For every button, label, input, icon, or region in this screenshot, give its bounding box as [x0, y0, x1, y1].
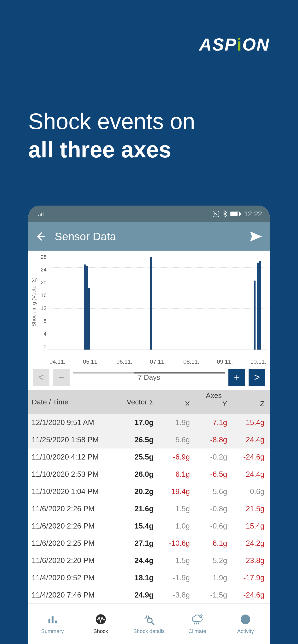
- td-z: -24.6g: [232, 591, 270, 600]
- table-row[interactable]: 11/10/2020 2:53 PM26.0g6.1g-6.5g24.4g: [28, 466, 270, 483]
- table-header: Date / Time Vector Σ Axes X Y Z: [28, 390, 270, 414]
- td-z: 21.5g: [232, 504, 270, 513]
- tab-climate[interactable]: Climate: [173, 604, 221, 644]
- tab-bar: SummaryShockShock detailsClimateActivity: [28, 603, 270, 644]
- search-wave-icon: [143, 613, 155, 625]
- td-y: -0.2g: [195, 453, 232, 462]
- th-date[interactable]: Date / Time: [28, 390, 110, 414]
- td-date: 11/4/2020 7:46 PM: [28, 591, 110, 600]
- td-x: 6.1g: [158, 470, 195, 479]
- td-x: 1.5g: [158, 504, 195, 513]
- td-vector: 24.4g: [110, 556, 158, 565]
- tab-activity[interactable]: Activity: [221, 604, 270, 644]
- cloud-icon: [191, 613, 204, 625]
- th-y[interactable]: Y: [195, 400, 232, 408]
- td-y: -8.8g: [195, 436, 232, 444]
- device-frame: 12:22 Sensor Data Shock in g (Vector Σ) …: [28, 206, 270, 644]
- td-vector: 17.0g: [110, 418, 158, 427]
- td-date: 11/6/2020 2:26 PM: [28, 504, 110, 513]
- table-row[interactable]: 11/6/2020 2:26 PM15.4g1.0g-0.6g15.4g: [28, 518, 270, 535]
- table-row[interactable]: 11/4/2020 9:52 PM18.1g-1.9g1.9g-17.9g: [28, 569, 270, 586]
- td-z: -17.9g: [232, 574, 270, 582]
- tab-shock[interactable]: Shock: [77, 604, 125, 644]
- app-bar: Sensor Data: [28, 222, 270, 250]
- td-z: 24.2g: [232, 539, 270, 548]
- table-row[interactable]: 11/10/2020 4:12 PM25.5g-6.9g-0.2g-24.6g: [28, 448, 270, 466]
- td-x: -19.4g: [158, 487, 195, 496]
- table-row[interactable]: 11/6/2020 2:26 PM21.6g1.5g-0.8g21.5g: [28, 500, 270, 518]
- td-z: -0.6g: [232, 487, 270, 496]
- td-y: -0.8g: [195, 504, 232, 513]
- table-row[interactable]: 11/6/2020 2:25 PM27.1g-10.6g6.1g24.2g: [28, 535, 270, 552]
- td-x: 5.6g: [158, 436, 195, 444]
- chart-bar[interactable]: [150, 257, 152, 350]
- th-x[interactable]: X: [158, 400, 195, 408]
- send-button[interactable]: [249, 231, 262, 242]
- chart-area: Shock in g (Vector Σ) 2824201612840 04.1…: [28, 250, 270, 390]
- bars-icon: [47, 613, 59, 625]
- status-bar: 12:22: [28, 206, 270, 222]
- svg-point-5: [147, 618, 152, 623]
- wave-icon: [95, 613, 107, 625]
- td-y: 7.1g: [195, 418, 232, 427]
- bluetooth-icon: [222, 210, 227, 218]
- td-date: 12/1/2020 9:51 AM: [28, 418, 110, 427]
- td-x: 1.0g: [158, 522, 195, 530]
- td-vector: 26.0g: [110, 470, 158, 479]
- td-vector: 27.1g: [110, 539, 158, 548]
- chart-bar[interactable]: [259, 261, 261, 350]
- chart-zoom-out-button[interactable]: −: [53, 369, 70, 386]
- th-z[interactable]: Z: [232, 400, 270, 408]
- td-vector: 21.6g: [110, 504, 158, 513]
- td-y: -6.5g: [195, 470, 232, 479]
- table-row[interactable]: 11/25/2020 1:58 PM26.5g5.6g-8.8g24.4g: [28, 431, 270, 448]
- chart-bar[interactable]: [254, 280, 255, 350]
- chart-prev-button[interactable]: <: [33, 369, 49, 386]
- chart-next-button[interactable]: >: [249, 369, 265, 386]
- td-z: 24.4g: [232, 470, 270, 479]
- tab-shock-details[interactable]: Shock details: [125, 604, 173, 644]
- table-row[interactable]: 12/1/2020 9:51 AM17.0g1.9g7.1g-15.4g: [28, 414, 270, 431]
- td-y: -5.2g: [195, 556, 232, 565]
- td-z: 15.4g: [232, 522, 270, 530]
- td-x: 1.9g: [158, 418, 195, 427]
- svg-rect-3: [240, 213, 241, 215]
- chart-bar[interactable]: [88, 288, 90, 350]
- tab-label: Activity: [237, 628, 254, 634]
- chart-plot[interactable]: [48, 254, 268, 350]
- chart-ylabel: Shock in g (Vector Σ): [30, 254, 37, 350]
- chart-zoom-in-button[interactable]: +: [228, 369, 245, 386]
- td-date: 11/6/2020 2:20 PM: [28, 556, 110, 565]
- td-y: 1.9g: [195, 574, 232, 582]
- td-date: 11/10/2020 1:04 PM: [28, 487, 110, 496]
- table-row[interactable]: 11/4/2020 7:46 PM24.9g-3.8g-1.5g-24.6g: [28, 586, 270, 603]
- chart-bar[interactable]: [84, 264, 86, 350]
- td-z: -24.6g: [232, 453, 270, 462]
- table-row[interactable]: 11/10/2020 1:04 PM20.2g-19.4g-5.6g-0.6g: [28, 483, 270, 500]
- td-x: -10.6g: [158, 539, 195, 548]
- chart-range-label: 7 Days: [73, 373, 225, 382]
- table-body[interactable]: 12/1/2020 9:51 AM17.0g1.9g7.1g-15.4g11/2…: [28, 414, 270, 603]
- table-row[interactable]: 11/6/2020 2:20 PM24.4g-1.5g-5.2g23.8g: [28, 552, 270, 569]
- td-date: 11/4/2020 9:52 PM: [28, 574, 110, 582]
- headline-line1: Shock events on: [28, 109, 195, 134]
- td-z: 24.4g: [232, 436, 270, 444]
- chart-range-track[interactable]: [73, 372, 225, 374]
- th-axes-title: Axes: [158, 390, 270, 400]
- th-vector[interactable]: Vector Σ: [110, 390, 158, 414]
- td-vector: 24.9g: [110, 591, 158, 600]
- nfc-icon: [212, 210, 220, 218]
- td-vector: 15.4g: [110, 522, 158, 530]
- td-date: 11/6/2020 2:25 PM: [28, 539, 110, 548]
- chart-controls: < − 7 Days + >: [30, 368, 268, 389]
- chart-xticks: 04.11.05.11.06.11.07.11.08.11.09.11.10.1…: [30, 357, 268, 368]
- td-x: -1.5g: [158, 556, 195, 565]
- chart-bar[interactable]: [257, 262, 259, 350]
- td-z: 23.8g: [232, 556, 270, 565]
- td-vector: 18.1g: [110, 574, 158, 582]
- svg-point-7: [241, 614, 250, 624]
- td-date: 11/10/2020 4:12 PM: [28, 453, 110, 462]
- tab-summary[interactable]: Summary: [28, 604, 77, 644]
- battery-icon: [230, 211, 241, 217]
- back-button[interactable]: [36, 231, 46, 242]
